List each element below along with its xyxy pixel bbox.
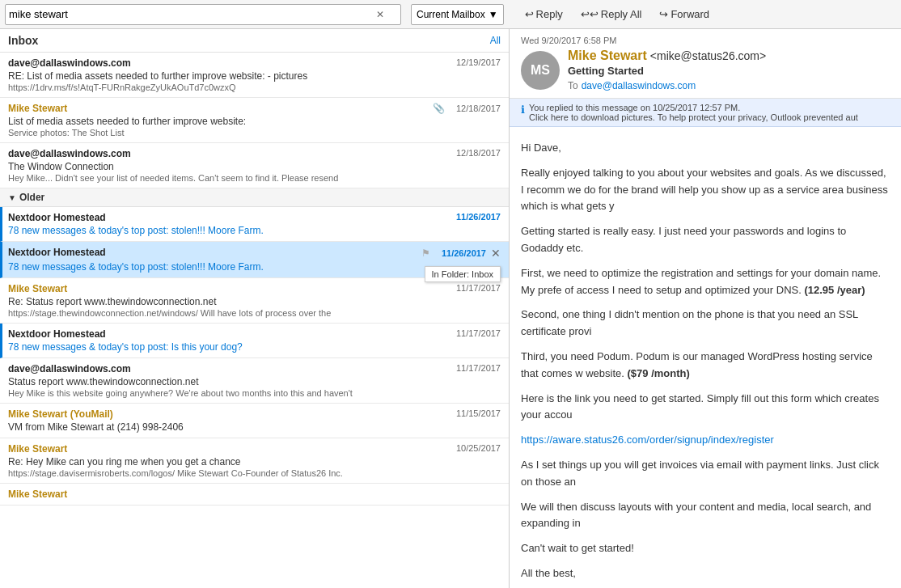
to-row: To dave@dallaswindows.com — [568, 80, 890, 91]
attachment-icon: 📎 — [433, 103, 445, 114]
detail-header: Wed 9/20/2017 6:58 PM MS Mike Stewart <m… — [510, 29, 901, 99]
mailbox-label: Current Mailbox — [417, 9, 485, 20]
email-subject-preview: Status report www.thewindowconnection.ne… — [8, 376, 469, 387]
email-date: 11/17/2017 — [456, 363, 501, 373]
email-sender: Mike Stewart — [8, 283, 67, 294]
reply-button[interactable]: ↩ Reply — [522, 6, 566, 22]
email-subject-preview: VM from Mike Stewart at (214) 998-2406 — [8, 421, 469, 433]
search-input[interactable] — [9, 8, 373, 20]
folder-divider[interactable]: ▼ Older — [0, 188, 509, 207]
email-sender: Nextdoor Homestead — [8, 247, 106, 258]
reply-icon: ↩ — [525, 8, 534, 20]
body-paragraph: Here is the link you need to get started… — [521, 391, 890, 425]
body-paragraph: Really enjoyed talking to you about your… — [521, 165, 890, 215]
close-icon[interactable]: ✕ — [491, 247, 501, 260]
email-sender: Mike Stewart — [8, 443, 67, 455]
main-content: Inbox All dave@dallaswindows.com 12/19/2… — [0, 29, 901, 588]
to-email[interactable]: dave@dallaswindows.com — [582, 80, 696, 91]
to-label: To — [568, 80, 578, 91]
list-item[interactable]: Mike Stewart 11/17/2017Re: Status report… — [0, 278, 509, 324]
email-subject-preview: RE: List of media assets needed to furth… — [8, 70, 469, 82]
sender-avatar: MS — [521, 51, 560, 90]
email-sender: Nextdoor Homestead — [8, 212, 106, 223]
email-sender: dave@dallaswindows.com — [8, 363, 131, 374]
list-item[interactable]: Mike Stewart 10/25/2017Re: Hey Mike can … — [0, 438, 509, 484]
body-paragraph: Can't wait to get started! — [521, 540, 890, 557]
body-paragraph: As I set things up you will get invoices… — [521, 457, 890, 491]
email-preview: https://stage.davisermisroberts.com/logo… — [8, 468, 469, 478]
email-subject: Getting Started — [568, 65, 890, 77]
email-detail-panel: Wed 9/20/2017 6:58 PM MS Mike Stewart <m… — [510, 29, 901, 588]
body-paragraph: Hi Dave, — [521, 140, 890, 157]
body-paragraph: First, we need to optimize the registrat… — [521, 265, 890, 299]
reply-all-button[interactable]: ↩↩ Reply All — [577, 6, 645, 22]
email-subject-preview: 78 new messages & today's top post: stol… — [8, 261, 469, 273]
info-message: You replied to this message on 10/25/201… — [529, 103, 858, 122]
list-item[interactable]: dave@dallaswindows.com 11/17/2017Status … — [0, 358, 509, 404]
email-preview: https://stage.thewindowconnection.net/wi… — [8, 308, 469, 318]
body-paragraph: Third, you need Podum. Podum is our mana… — [521, 349, 890, 383]
email-preview: https://1drv.ms/f/s!AtqT-FURnRakgeZyUkAO… — [8, 82, 469, 92]
folder-divider-label: Older — [19, 192, 44, 203]
email-sender: Nextdoor Homestead — [8, 328, 106, 340]
list-item[interactable]: Nextdoor Homestead ⚑11/26/2017✕78 new me… — [0, 242, 509, 278]
forward-icon: ↪ — [659, 8, 668, 20]
sender-email: <mike@status26.com> — [650, 49, 766, 62]
list-item[interactable]: Nextdoor Homestead 11/17/201778 new mess… — [0, 324, 509, 358]
flag-icon: ⚑ — [421, 247, 430, 259]
body-paragraph: https://aware.status26.com/order/signup/… — [521, 432, 890, 449]
body-paragraph: All the best, — [521, 565, 890, 582]
email-date: 11/26/2017 — [456, 212, 501, 222]
toolbar: ✕ Current Mailbox ▼ ↩ Reply ↩↩ Reply All… — [0, 0, 901, 29]
email-subject-preview: 78 new messages & today's top post: Is t… — [8, 341, 469, 353]
body-paragraph: We will then discuss layouts with your c… — [521, 499, 890, 533]
inbox-header: Inbox All — [0, 29, 509, 53]
email-list-panel: Inbox All dave@dallaswindows.com 12/19/2… — [0, 29, 510, 588]
list-item[interactable]: Nextdoor Homestead 11/26/201778 new mess… — [0, 207, 509, 242]
body-paragraph: Getting started is really easy. I just n… — [521, 223, 890, 257]
email-timestamp: Wed 9/20/2017 6:58 PM — [521, 36, 890, 45]
list-item[interactable]: Mike Stewart 📎12/18/2017List of media as… — [0, 98, 509, 143]
forward-button[interactable]: ↪ Forward — [656, 6, 713, 22]
list-item[interactable]: dave@dallaswindows.com 12/19/2017RE: Lis… — [0, 53, 509, 98]
info-bar: ℹ You replied to this message on 10/25/2… — [510, 99, 901, 127]
inbox-title: Inbox — [8, 34, 38, 47]
email-sender: Mike Stewart — [8, 489, 67, 500]
sender-info: Mike Stewart <mike@status26.com> Getting… — [568, 49, 890, 91]
email-subject-preview: 78 new messages & today's top post: stol… — [8, 225, 469, 236]
list-item[interactable]: dave@dallaswindows.com 12/18/2017The Win… — [0, 143, 509, 188]
info-icon: ℹ — [521, 104, 525, 116]
email-date: 10/25/2017 — [456, 443, 501, 453]
sender-name-line: Mike Stewart <mike@status26.com> — [568, 49, 890, 63]
inbox-filter[interactable]: All — [490, 35, 501, 46]
email-sender: dave@dallaswindows.com — [8, 148, 131, 159]
email-date: 11/17/2017 — [456, 328, 501, 338]
email-subject-preview: The Window Connection — [8, 161, 469, 172]
email-date: 12/19/2017 — [456, 57, 501, 67]
email-sender: Mike Stewart — [8, 103, 67, 114]
email-preview: Service photos: The Shot List — [8, 128, 469, 137]
email-sender: dave@dallaswindows.com — [8, 57, 131, 69]
toolbar-actions: ↩ Reply ↩↩ Reply All ↪ Forward — [522, 6, 713, 22]
list-item[interactable]: Mike Stewart — [0, 484, 509, 506]
email-body: Hi Dave,Really enjoyed talking to you ab… — [510, 127, 901, 588]
email-preview: Hey Mike is this website going anywhere?… — [8, 388, 469, 398]
email-date: 11/17/2017 — [456, 283, 501, 293]
email-date: 12/18/2017 — [456, 148, 501, 158]
email-subject-preview: Re: Hey Mike can you ring me when you ge… — [8, 456, 469, 467]
email-date: 11/15/2017 — [456, 408, 501, 418]
clear-search-button[interactable]: ✕ — [373, 9, 387, 20]
mailbox-dropdown[interactable]: Current Mailbox ▼ — [411, 4, 504, 25]
reply-all-icon: ↩↩ — [581, 8, 599, 20]
body-link[interactable]: https://aware.status26.com/order/signup/… — [521, 434, 774, 446]
email-list: dave@dallaswindows.com 12/19/2017RE: Lis… — [0, 53, 509, 588]
email-subject-preview: Re: Status report www.thewindowconnectio… — [8, 296, 469, 307]
email-subject-preview: List of media assets needed to further i… — [8, 116, 469, 127]
email-sender: Mike Stewart (YouMail) — [8, 408, 113, 420]
sender-name: Mike Stewart — [568, 49, 647, 63]
email-date: 11/26/2017 — [442, 248, 486, 258]
folder-arrow-icon: ▼ — [8, 193, 16, 202]
avatar-initials: MS — [531, 63, 550, 78]
list-item[interactable]: Mike Stewart (YouMail) 11/15/2017VM from… — [0, 404, 509, 438]
folder-tooltip: In Folder: Inbox — [425, 266, 501, 282]
